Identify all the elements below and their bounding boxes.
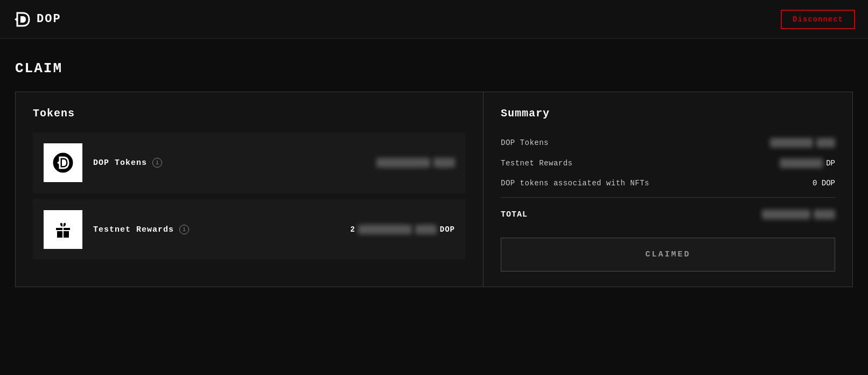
- summary-divider: [501, 197, 835, 198]
- testnet-token-icon-box: [44, 210, 82, 249]
- summary-panel-title: Summary: [501, 107, 835, 120]
- token-item-dop: DOP Tokens i: [33, 133, 466, 193]
- testnet-currency: DOP: [440, 225, 455, 234]
- summary-row-testnet: Testnet Rewards DP: [501, 153, 835, 173]
- logo-area: DOP: [13, 10, 61, 29]
- summary-total-blurred: [762, 210, 810, 219]
- summary-dop-blurred-sm: [816, 138, 835, 148]
- summary-total-blurred-sm: [814, 210, 835, 219]
- tokens-panel: Tokens DOP Tokens i: [15, 92, 484, 287]
- testnet-token-name: Testnet Rewards: [93, 225, 174, 234]
- testnet-blurred: [358, 225, 412, 234]
- dop-token-info-icon[interactable]: i: [152, 158, 162, 168]
- summary-dop-value: [770, 138, 835, 148]
- testnet-token-value: 2 DOP: [350, 225, 455, 234]
- claimed-button: CLAIMED: [501, 238, 835, 272]
- dop-logo-icon: [13, 10, 32, 29]
- dop-token-value: [376, 158, 455, 168]
- testnet-blurred-sm: [415, 225, 437, 234]
- page-title: CLAIM: [15, 60, 853, 77]
- summary-nft-value: 0 DOP: [813, 179, 835, 188]
- summary-total-label: TOTAL: [501, 210, 528, 219]
- panels-container: Tokens DOP Tokens i: [15, 92, 853, 287]
- dop-token-icon: [52, 152, 74, 173]
- dop-token-blurred-sm: [433, 158, 455, 168]
- tokens-panel-title: Tokens: [33, 107, 466, 120]
- dop-token-info: DOP Tokens i: [93, 158, 366, 168]
- summary-row-dop: DOP Tokens: [501, 133, 835, 153]
- dop-token-icon-box: [44, 143, 82, 182]
- token-item-testnet: Testnet Rewards i 2 DOP: [33, 199, 466, 260]
- summary-panel: Summary DOP Tokens Testnet Rewards DP: [484, 92, 853, 287]
- summary-dop-blurred: [770, 138, 813, 148]
- testnet-token-info-icon[interactable]: i: [179, 225, 189, 234]
- gift-icon: [52, 219, 74, 240]
- testnet-prefix: 2: [350, 225, 354, 234]
- testnet-token-info: Testnet Rewards i: [93, 225, 339, 234]
- summary-testnet-label: Testnet Rewards: [501, 159, 573, 168]
- summary-total-value: [762, 210, 835, 219]
- main-content: CLAIM Tokens D: [0, 39, 868, 309]
- summary-testnet-blurred: [780, 158, 823, 168]
- disconnect-button[interactable]: Disconnect: [781, 10, 855, 29]
- summary-nft-label: DOP tokens associated with NFTs: [501, 179, 649, 188]
- summary-dop-label: DOP Tokens: [501, 138, 549, 147]
- summary-testnet-suffix: DP: [826, 159, 835, 168]
- dop-token-blurred: [376, 158, 430, 168]
- summary-total-row: TOTAL: [501, 202, 835, 227]
- logo-text: DOP: [37, 12, 61, 26]
- dop-token-name: DOP Tokens: [93, 158, 147, 168]
- summary-testnet-value: DP: [780, 158, 835, 168]
- summary-row-nft: DOP tokens associated with NFTs 0 DOP: [501, 173, 835, 193]
- header: DOP Disconnect: [0, 0, 868, 39]
